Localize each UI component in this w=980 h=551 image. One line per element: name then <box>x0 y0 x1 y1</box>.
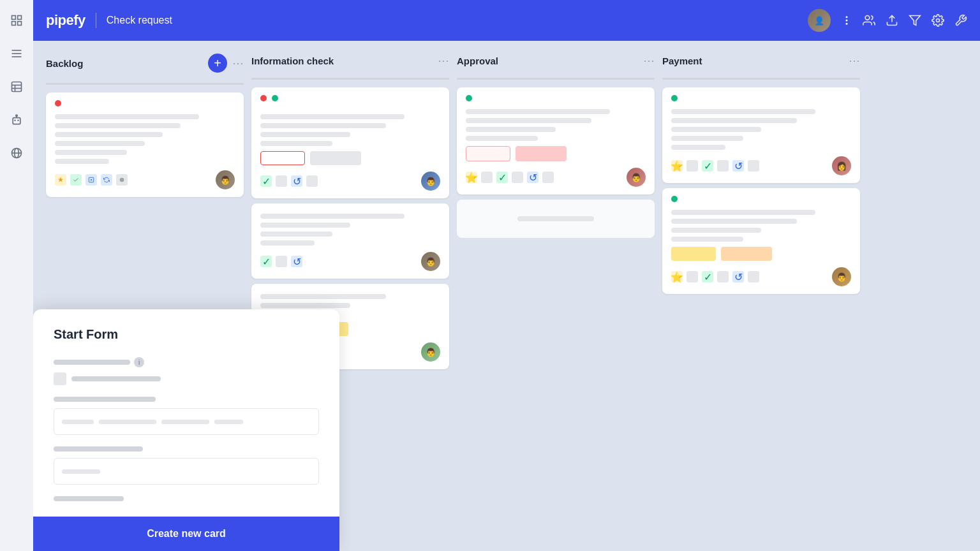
sidebar-icon-list[interactable] <box>6 43 27 64</box>
column-header-payment: Payment ⋯ <box>662 51 860 73</box>
column-underline-info <box>251 78 449 80</box>
form-text-input[interactable] <box>54 408 319 435</box>
filter-icon[interactable] <box>909 14 921 27</box>
column-more-info[interactable]: ⋯ <box>438 54 449 68</box>
more-options-icon[interactable] <box>841 15 852 26</box>
card-icon <box>748 271 759 283</box>
sidebar-icon-globe[interactable] <box>6 143 27 163</box>
svg-rect-0 <box>12 16 16 20</box>
column-approval: Approval ⋯ ⭐ ✓ <box>457 51 655 541</box>
svg-point-13 <box>17 120 19 122</box>
card-line <box>260 132 350 137</box>
svg-rect-2 <box>12 22 16 26</box>
card-avatar: 👨 <box>421 252 440 271</box>
column-more-payment[interactable]: ⋯ <box>849 54 860 68</box>
form-title: Start Form <box>54 327 319 342</box>
column-title-backlog: Backlog <box>46 58 83 69</box>
card-line <box>55 114 199 119</box>
card-icon <box>687 271 698 283</box>
card-line <box>55 132 163 137</box>
card-line <box>260 231 332 237</box>
card-dot-green <box>671 196 678 202</box>
form-body: Start Form i <box>33 309 339 517</box>
card-icons: ⭐ ✓ ↺ <box>671 160 759 172</box>
export-icon[interactable] <box>886 14 898 27</box>
sidebar <box>0 0 33 551</box>
card-icons: ⭐ ✓ ↺ <box>466 172 554 183</box>
card-dot-red <box>55 100 61 107</box>
card-icon <box>306 175 318 187</box>
svg-point-25 <box>937 19 940 22</box>
card-approval-1[interactable]: ⭐ ✓ ↺ 👨 <box>457 87 655 195</box>
input-ph-bar <box>214 420 243 424</box>
svg-marker-24 <box>910 16 921 26</box>
card-footer: ⭐ ✓ ↺ 👨 <box>466 168 646 187</box>
avatar-face: 👨 <box>421 252 440 271</box>
form-label-row: i <box>54 357 319 367</box>
card-dot-green <box>272 95 278 101</box>
wrench-icon[interactable] <box>954 14 967 27</box>
card-info-1[interactable]: ✓ ↺ 👨 <box>251 87 449 198</box>
column-header-approval: Approval ⋯ <box>457 51 655 73</box>
card-line <box>671 145 725 150</box>
card-info-2[interactable]: ✓ ↺ 👨 <box>251 203 449 279</box>
form-footer: Create new card <box>33 517 339 551</box>
card-tag <box>466 146 510 161</box>
card-icon <box>55 174 66 186</box>
card-tag <box>671 247 716 261</box>
card-icon: ↺ <box>291 256 302 267</box>
card-avatar: 👨 <box>627 168 646 187</box>
svg-point-19 <box>846 16 848 18</box>
header-right: 👤 <box>808 9 967 32</box>
avatar-header: 👤 <box>808 9 831 32</box>
form-small-input[interactable] <box>54 458 319 485</box>
card-footer: ⭐ ✓ ↺ 👩 <box>671 156 851 175</box>
card-line <box>260 141 332 146</box>
card-icon: ⭐ <box>671 271 683 283</box>
add-card-button-backlog[interactable]: + <box>208 54 227 73</box>
card-line <box>671 237 743 242</box>
card-icon: ⭐ <box>466 172 477 183</box>
svg-point-12 <box>14 120 16 122</box>
card-tag <box>721 247 772 261</box>
card-payment-1[interactable]: ⭐ ✓ ↺ 👩 <box>662 87 860 183</box>
card-payment-2[interactable]: ⭐ ✓ ↺ 👨 <box>662 188 860 294</box>
users-icon[interactable] <box>863 14 875 27</box>
column-title-approval: Approval <box>457 55 498 66</box>
card-icon: ✓ <box>496 172 508 183</box>
card-icon <box>687 160 698 172</box>
sidebar-icon-table[interactable] <box>6 77 27 97</box>
card-dot-green <box>671 95 678 101</box>
card-tag <box>260 151 305 165</box>
column-header-backlog: Backlog + ⋯ <box>46 51 244 78</box>
column-more-backlog[interactable]: ⋯ <box>232 56 244 70</box>
card-backlog-1[interactable]: 👨 <box>46 92 244 197</box>
card-line <box>260 123 386 128</box>
logo-text: pipefy <box>46 12 85 29</box>
sidebar-icon-grid[interactable] <box>6 10 27 31</box>
card-dot-red <box>260 95 267 101</box>
header-left: pipefy Check request <box>46 12 172 29</box>
card-footer: ✓ ↺ 👨 <box>260 252 440 271</box>
column-header-info: Information check ⋯ <box>251 51 449 73</box>
settings-icon[interactable] <box>932 14 944 27</box>
avatar-face: 👨 <box>216 170 235 189</box>
card-avatar: 👨 <box>216 170 235 189</box>
info-icon: i <box>134 357 144 367</box>
card-line <box>260 240 315 246</box>
form-second-label <box>54 446 143 452</box>
card-icon <box>276 256 287 267</box>
start-form-overlay: Start Form i <box>33 309 339 551</box>
form-row-3 <box>54 446 319 485</box>
column-more-approval[interactable]: ⋯ <box>643 54 655 68</box>
sidebar-icon-robot[interactable] <box>6 110 27 130</box>
card-tag <box>516 146 567 161</box>
card-avatar: 👨 <box>832 267 851 286</box>
header-divider <box>96 13 96 28</box>
card-icon: ⭐ <box>671 160 683 172</box>
card-footer: 👨 <box>55 170 235 189</box>
card-line <box>260 214 405 219</box>
card-icon <box>116 174 128 186</box>
input-ph-bar <box>99 420 156 424</box>
create-new-card-button[interactable]: Create new card <box>147 528 226 540</box>
